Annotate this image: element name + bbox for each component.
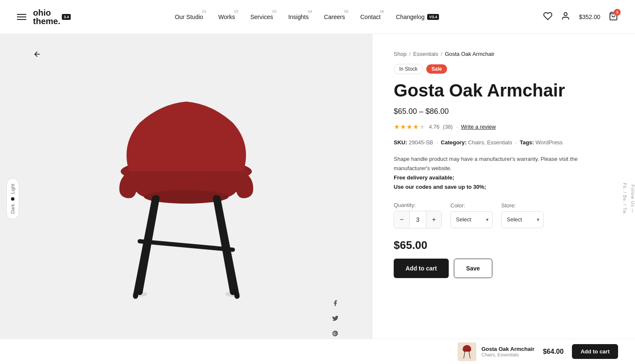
sticky-product-text: Gosta Oak Armchair Chairs, Essentials: [481, 346, 534, 357]
product-image-section: [0, 34, 373, 364]
rating-count: (38): [443, 124, 453, 130]
nav-item-contact[interactable]: 06 Contact: [353, 10, 387, 24]
logo-badge: 3.4: [62, 14, 71, 20]
product-title: Gosta Oak Armchair: [394, 81, 614, 100]
svg-point-12: [132, 292, 147, 297]
sticky-price: $64.00: [543, 348, 563, 356]
theme-light-label: Light: [10, 184, 15, 194]
pinterest-share-icon[interactable]: [332, 330, 339, 339]
breadcrumb: Shop / Essentials / Gosta Oak Armchair: [394, 51, 614, 57]
facebook-share-icon[interactable]: [332, 300, 339, 308]
svg-point-0: [564, 12, 567, 15]
breadcrumb-shop[interactable]: Shop: [394, 51, 406, 57]
svg-line-9: [135, 198, 155, 296]
svg-line-16: [469, 351, 470, 358]
svg-line-11: [140, 241, 233, 250]
nav-item-works[interactable]: 02 Works: [212, 10, 242, 24]
sticky-product-info: Gosta Oak Armchair Chairs, Essentials: [458, 342, 534, 361]
logo-theme: theme.: [33, 17, 60, 25]
product-badges: In Stock Sale: [394, 64, 614, 74]
follow-us-text: Follow Us — Fb. / Be. / Tw.: [622, 183, 635, 215]
header: ohio theme. 3.4 01 Our Studio 02 Works 0…: [0, 0, 635, 34]
sticky-product-thumbnail: [458, 342, 476, 361]
store-select[interactable]: Select: [501, 211, 544, 228]
cart-price: $352.00: [579, 14, 600, 20]
wishlist-icon[interactable]: [543, 11, 552, 22]
quantity-decrease-button[interactable]: −: [394, 211, 409, 228]
nav-item-our-studio[interactable]: 01 Our Studio: [168, 10, 210, 24]
quantity-increase-button[interactable]: +: [426, 211, 442, 228]
header-left: ohio theme. 3.4: [17, 8, 71, 25]
header-right: $352.00 3: [543, 11, 618, 22]
rating-row: ★★★★★ 4.76 (38) · Write a review: [394, 123, 614, 131]
product-details: Shop / Essentials / Gosta Oak Armchair I…: [373, 34, 635, 364]
sticky-product-name: Gosta Oak Armchair: [481, 346, 534, 352]
sticky-cart-bar: Gosta Oak Armchair Chairs, Essentials $6…: [0, 339, 635, 364]
star-rating: ★★★★★: [394, 123, 425, 131]
main-nav: 01 Our Studio 02 Works 03 Services 04 In…: [168, 10, 446, 24]
changelog-badge: V3.4: [427, 14, 439, 20]
social-share: [332, 300, 339, 339]
product-meta: SKU: 29045-SB · Category: Chairs, Essent…: [394, 138, 614, 147]
nav-item-services[interactable]: 03 Services: [243, 10, 280, 24]
add-to-cart-button[interactable]: Add to cart: [394, 259, 449, 278]
user-icon[interactable]: [561, 11, 570, 22]
color-option: Color: Select: [450, 202, 493, 228]
nav-item-insights[interactable]: 04 Insights: [282, 10, 315, 24]
quantity-control: − 3 +: [394, 211, 442, 229]
color-select[interactable]: Select: [450, 211, 493, 228]
cart-icon[interactable]: 3: [609, 11, 618, 22]
cart-badge: 3: [614, 9, 621, 16]
sticky-add-to-cart-button[interactable]: Add to cart: [572, 344, 618, 359]
main-content: Shop / Essentials / Gosta Oak Armchair I…: [0, 34, 635, 364]
product-options: Quantity: − 3 + Color: Select Store:: [394, 202, 614, 229]
right-sidebar: Follow Us — Fb. / Be. / Tw.: [622, 34, 635, 364]
nav-item-careers[interactable]: 05 Careers: [317, 10, 352, 24]
store-select-wrapper: Select: [501, 211, 544, 228]
store-option: Store: Select: [501, 202, 544, 228]
logo[interactable]: ohio theme. 3.4: [33, 8, 71, 25]
quantity-option: Quantity: − 3 +: [394, 202, 442, 229]
sticky-product-sub: Chairs, Essentials: [481, 352, 534, 357]
svg-line-15: [464, 351, 465, 358]
total-price: $65.00: [394, 239, 614, 252]
nav-item-changelog[interactable]: Changelog V3.4: [389, 10, 446, 24]
product-description: Shape handle product may have a manufact…: [394, 154, 614, 192]
theme-dark-label: Dark: [10, 204, 15, 214]
in-stock-badge: In Stock: [394, 64, 423, 74]
left-sidebar: Dark Light: [0, 34, 25, 364]
breadcrumb-current: Gosta Oak Armchair: [445, 51, 494, 57]
save-button[interactable]: Save: [454, 259, 492, 278]
sale-badge: Sale: [426, 64, 447, 74]
hamburger-menu[interactable]: [17, 14, 26, 20]
chair-illustration: [89, 89, 284, 309]
logo-ohio: ohio: [33, 8, 60, 17]
price-range: $65.00 – $86.00: [394, 107, 614, 116]
svg-point-13: [225, 292, 240, 297]
toggle-dot: [11, 197, 14, 201]
product-image: [70, 72, 303, 326]
theme-toggle[interactable]: Dark Light: [6, 178, 19, 219]
color-select-wrapper: Select: [450, 211, 493, 228]
quantity-value: 3: [409, 211, 426, 228]
breadcrumb-essentials[interactable]: Essentials: [413, 51, 438, 57]
write-review-link[interactable]: Write a review: [461, 124, 496, 130]
back-button[interactable]: [30, 47, 45, 62]
rating-value: 4.76: [429, 124, 439, 130]
twitter-share-icon[interactable]: [332, 315, 339, 323]
action-row: Add to cart Save: [394, 259, 614, 278]
